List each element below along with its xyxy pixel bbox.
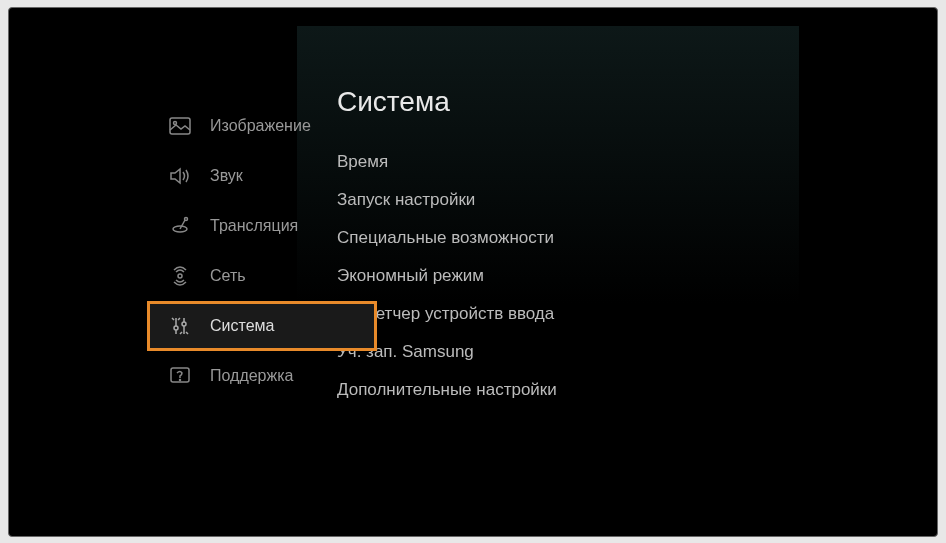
sidebar-item-picture[interactable]: Изображение bbox=[150, 101, 287, 151]
svg-point-6 bbox=[182, 322, 186, 326]
sidebar-item-label: Система bbox=[210, 317, 274, 335]
sidebar-item-support[interactable]: Поддержка bbox=[150, 351, 287, 401]
content-title: Система bbox=[337, 86, 799, 118]
content-item-setup[interactable]: Запуск настройки bbox=[337, 181, 799, 219]
svg-point-3 bbox=[185, 217, 188, 220]
sound-icon bbox=[168, 164, 192, 188]
content-item-advanced[interactable]: Дополнительные настройки bbox=[337, 371, 799, 409]
svg-point-1 bbox=[174, 121, 177, 124]
svg-point-4 bbox=[178, 274, 182, 278]
sidebar-item-broadcast[interactable]: Трансляция bbox=[150, 201, 287, 251]
settings-content: Система Время Запуск настройки Специальн… bbox=[297, 26, 799, 488]
network-icon bbox=[168, 264, 192, 288]
settings-screen: Изображение Звук Трансляция Сеть bbox=[27, 26, 919, 518]
content-item-eco[interactable]: Экономный режим bbox=[337, 257, 799, 295]
tv-frame: Изображение Звук Трансляция Сеть bbox=[8, 7, 938, 537]
sidebar-item-system[interactable]: Система bbox=[147, 301, 377, 351]
content-item-accessibility[interactable]: Специальные возможности bbox=[337, 219, 799, 257]
broadcast-icon bbox=[168, 214, 192, 238]
support-icon bbox=[168, 364, 192, 388]
svg-point-5 bbox=[174, 326, 178, 330]
sidebar-item-network[interactable]: Сеть bbox=[150, 251, 287, 301]
sidebar-item-label: Изображение bbox=[210, 117, 311, 135]
svg-rect-0 bbox=[170, 118, 190, 134]
content-item-time[interactable]: Время bbox=[337, 143, 799, 181]
content-item-samsung-account[interactable]: Уч. зап. Samsung bbox=[337, 333, 799, 371]
settings-sidebar: Изображение Звук Трансляция Сеть bbox=[27, 26, 287, 518]
sidebar-item-label: Сеть bbox=[210, 267, 246, 285]
sidebar-item-label: Поддержка bbox=[210, 367, 293, 385]
sidebar-item-sound[interactable]: Звук bbox=[150, 151, 287, 201]
sidebar-item-label: Трансляция bbox=[210, 217, 298, 235]
system-icon bbox=[168, 314, 192, 338]
sidebar-item-label: Звук bbox=[210, 167, 243, 185]
svg-point-8 bbox=[180, 379, 181, 380]
content-item-device-manager[interactable]: Диспетчер устройств ввода bbox=[337, 295, 799, 333]
picture-icon bbox=[168, 114, 192, 138]
